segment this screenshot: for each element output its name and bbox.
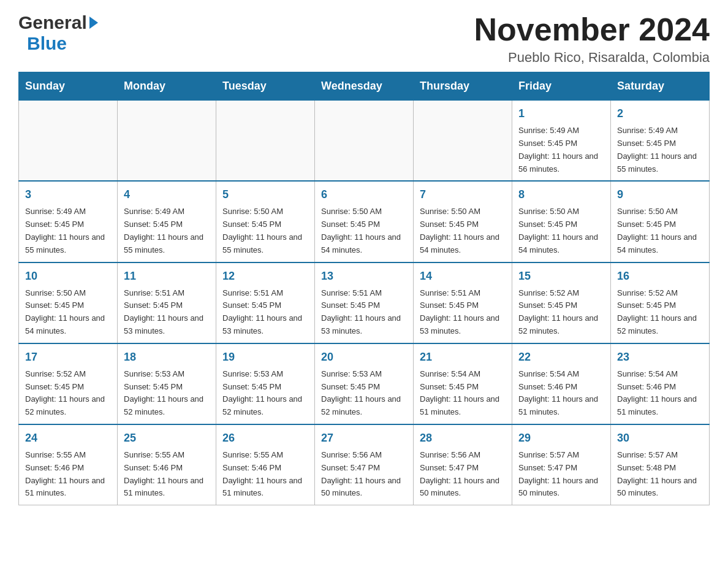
calendar-cell: 2Sunrise: 5:49 AMSunset: 5:45 PMDaylight… [611, 101, 710, 182]
day-number: 21 [420, 349, 506, 366]
logo-general-text: General [18, 12, 87, 33]
header-friday: Friday [512, 72, 611, 101]
calendar-cell [19, 101, 118, 182]
day-info: Sunrise: 5:53 AMSunset: 5:45 PMDaylight:… [222, 368, 308, 419]
day-number: 23 [617, 349, 703, 366]
logo-blue-text: Blue [27, 33, 67, 53]
day-info: Sunrise: 5:49 AMSunset: 5:45 PMDaylight:… [617, 124, 703, 175]
day-info: Sunrise: 5:52 AMSunset: 5:45 PMDaylight:… [25, 368, 111, 419]
calendar-cell: 8Sunrise: 5:50 AMSunset: 5:45 PMDaylight… [512, 181, 611, 262]
day-info: Sunrise: 5:57 AMSunset: 5:48 PMDaylight:… [617, 449, 703, 500]
day-info: Sunrise: 5:53 AMSunset: 5:45 PMDaylight:… [321, 368, 407, 419]
calendar-cell: 25Sunrise: 5:55 AMSunset: 5:46 PMDayligh… [118, 424, 216, 505]
day-info: Sunrise: 5:55 AMSunset: 5:46 PMDaylight:… [124, 449, 210, 500]
day-number: 13 [321, 268, 407, 285]
day-info: Sunrise: 5:55 AMSunset: 5:46 PMDaylight:… [222, 449, 308, 500]
day-number: 20 [321, 349, 407, 366]
calendar-week-row: 3Sunrise: 5:49 AMSunset: 5:45 PMDaylight… [19, 181, 710, 262]
calendar-cell: 21Sunrise: 5:54 AMSunset: 5:45 PMDayligh… [414, 343, 512, 424]
calendar-cell: 26Sunrise: 5:55 AMSunset: 5:46 PMDayligh… [216, 424, 315, 505]
calendar-cell: 16Sunrise: 5:52 AMSunset: 5:45 PMDayligh… [611, 262, 710, 343]
calendar-cell: 17Sunrise: 5:52 AMSunset: 5:45 PMDayligh… [19, 343, 118, 424]
calendar-cell: 28Sunrise: 5:56 AMSunset: 5:47 PMDayligh… [414, 424, 512, 505]
day-info: Sunrise: 5:50 AMSunset: 5:45 PMDaylight:… [321, 205, 407, 256]
title-section: November 2024 Pueblo Rico, Risaralda, Co… [474, 12, 710, 66]
day-info: Sunrise: 5:54 AMSunset: 5:46 PMDaylight:… [518, 368, 604, 419]
calendar-cell [414, 101, 512, 182]
month-year-title: November 2024 [474, 12, 710, 47]
calendar-cell: 22Sunrise: 5:54 AMSunset: 5:46 PMDayligh… [512, 343, 611, 424]
day-info: Sunrise: 5:56 AMSunset: 5:47 PMDaylight:… [321, 449, 407, 500]
calendar-cell [216, 101, 315, 182]
day-number: 17 [25, 349, 111, 366]
day-info: Sunrise: 5:51 AMSunset: 5:45 PMDaylight:… [124, 287, 210, 338]
day-info: Sunrise: 5:54 AMSunset: 5:46 PMDaylight:… [617, 368, 703, 419]
day-info: Sunrise: 5:49 AMSunset: 5:45 PMDaylight:… [25, 205, 111, 256]
day-number: 6 [321, 186, 407, 203]
day-number: 28 [420, 430, 506, 446]
calendar-cell: 23Sunrise: 5:54 AMSunset: 5:46 PMDayligh… [611, 343, 710, 424]
day-number: 11 [124, 268, 210, 285]
day-number: 24 [25, 430, 111, 446]
day-info: Sunrise: 5:51 AMSunset: 5:45 PMDaylight:… [222, 287, 308, 338]
day-number: 9 [617, 186, 703, 203]
day-info: Sunrise: 5:49 AMSunset: 5:45 PMDaylight:… [518, 124, 604, 175]
calendar-cell: 29Sunrise: 5:57 AMSunset: 5:47 PMDayligh… [512, 424, 611, 505]
day-number: 7 [420, 186, 506, 203]
day-number: 14 [420, 268, 506, 285]
day-info: Sunrise: 5:51 AMSunset: 5:45 PMDaylight:… [420, 287, 506, 338]
calendar-week-row: 24Sunrise: 5:55 AMSunset: 5:46 PMDayligh… [19, 424, 710, 505]
calendar-cell: 13Sunrise: 5:51 AMSunset: 5:45 PMDayligh… [315, 262, 414, 343]
day-info: Sunrise: 5:49 AMSunset: 5:45 PMDaylight:… [124, 205, 210, 256]
calendar-cell: 3Sunrise: 5:49 AMSunset: 5:45 PMDaylight… [19, 181, 118, 262]
calendar-week-row: 10Sunrise: 5:50 AMSunset: 5:45 PMDayligh… [19, 262, 710, 343]
page-header: General Blue November 2024 Pueblo Rico, … [18, 12, 710, 66]
calendar-week-row: 1Sunrise: 5:49 AMSunset: 5:45 PMDaylight… [19, 101, 710, 182]
calendar-cell: 12Sunrise: 5:51 AMSunset: 5:45 PMDayligh… [216, 262, 315, 343]
day-info: Sunrise: 5:50 AMSunset: 5:45 PMDaylight:… [420, 205, 506, 256]
calendar-cell: 9Sunrise: 5:50 AMSunset: 5:45 PMDaylight… [611, 181, 710, 262]
header-thursday: Thursday [414, 72, 512, 101]
calendar-cell [315, 101, 414, 182]
calendar-cell: 15Sunrise: 5:52 AMSunset: 5:45 PMDayligh… [512, 262, 611, 343]
day-number: 19 [222, 349, 308, 366]
day-info: Sunrise: 5:50 AMSunset: 5:45 PMDaylight:… [617, 205, 703, 256]
header-sunday: Sunday [19, 72, 118, 101]
calendar-cell: 5Sunrise: 5:50 AMSunset: 5:45 PMDaylight… [216, 181, 315, 262]
calendar-cell: 14Sunrise: 5:51 AMSunset: 5:45 PMDayligh… [414, 262, 512, 343]
calendar-cell: 4Sunrise: 5:49 AMSunset: 5:45 PMDaylight… [118, 181, 216, 262]
calendar-cell: 30Sunrise: 5:57 AMSunset: 5:48 PMDayligh… [611, 424, 710, 505]
day-number: 26 [222, 430, 308, 446]
calendar-table: SundayMondayTuesdayWednesdayThursdayFrid… [18, 72, 710, 505]
day-number: 16 [617, 268, 703, 285]
day-info: Sunrise: 5:52 AMSunset: 5:45 PMDaylight:… [518, 287, 604, 338]
day-number: 15 [518, 268, 604, 285]
day-number: 10 [25, 268, 111, 285]
day-number: 8 [518, 186, 604, 203]
day-number: 27 [321, 430, 407, 446]
day-info: Sunrise: 5:53 AMSunset: 5:45 PMDaylight:… [124, 368, 210, 419]
day-number: 2 [617, 105, 703, 122]
day-info: Sunrise: 5:51 AMSunset: 5:45 PMDaylight:… [321, 287, 407, 338]
day-info: Sunrise: 5:50 AMSunset: 5:45 PMDaylight:… [518, 205, 604, 256]
calendar-week-row: 17Sunrise: 5:52 AMSunset: 5:45 PMDayligh… [19, 343, 710, 424]
header-monday: Monday [118, 72, 216, 101]
calendar-cell: 6Sunrise: 5:50 AMSunset: 5:45 PMDaylight… [315, 181, 414, 262]
header-wednesday: Wednesday [315, 72, 414, 101]
day-number: 1 [518, 105, 604, 122]
day-number: 12 [222, 268, 308, 285]
calendar-cell: 18Sunrise: 5:53 AMSunset: 5:45 PMDayligh… [118, 343, 216, 424]
day-number: 29 [518, 430, 604, 446]
calendar-cell: 1Sunrise: 5:49 AMSunset: 5:45 PMDaylight… [512, 101, 611, 182]
header-saturday: Saturday [611, 72, 710, 101]
logo-triangle-icon [89, 17, 98, 29]
day-info: Sunrise: 5:50 AMSunset: 5:45 PMDaylight:… [222, 205, 308, 256]
day-info: Sunrise: 5:57 AMSunset: 5:47 PMDaylight:… [518, 449, 604, 500]
day-number: 25 [124, 430, 210, 446]
day-info: Sunrise: 5:55 AMSunset: 5:46 PMDaylight:… [25, 449, 111, 500]
location-subtitle: Pueblo Rico, Risaralda, Colombia [474, 50, 710, 66]
calendar-cell: 27Sunrise: 5:56 AMSunset: 5:47 PMDayligh… [315, 424, 414, 505]
day-info: Sunrise: 5:50 AMSunset: 5:45 PMDaylight:… [25, 287, 111, 338]
day-info: Sunrise: 5:52 AMSunset: 5:45 PMDaylight:… [617, 287, 703, 338]
header-tuesday: Tuesday [216, 72, 315, 101]
